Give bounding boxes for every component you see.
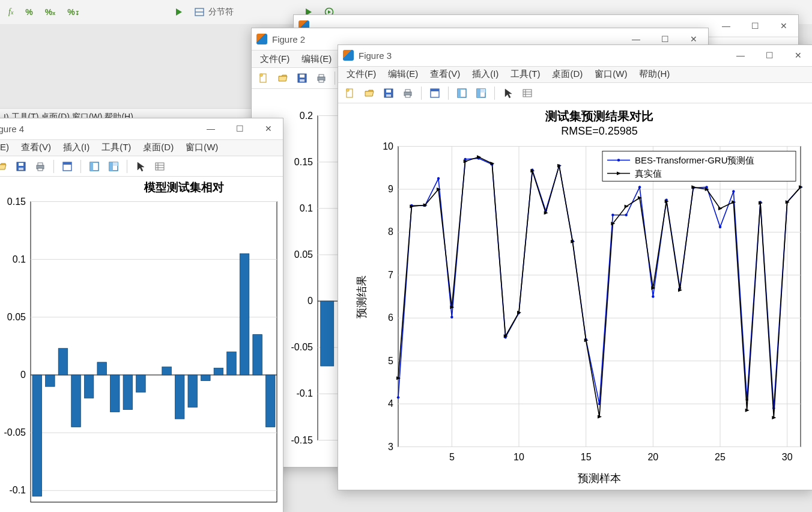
maximize-button[interactable]: ☐ [755,45,784,66]
svg-text:-0.1: -0.1 [9,485,26,495]
menu-edit[interactable]: 编辑(E) [0,141,14,154]
svg-point-147 [397,396,399,398]
plot-area: 测试集预测结果对比RMSE=0.259853456789105101520253… [338,103,812,490]
menu-insert[interactable]: 插入(I) [467,67,503,81]
titlebar[interactable]: Figure 3 — ☐ ✕ [338,45,812,67]
svg-point-4 [260,74,263,77]
svg-text:0.15: 0.15 [294,157,313,167]
figure-3-window: Figure 3 — ☐ ✕ 文件(F) 编辑(E) 查看(V) 插入(I) 工… [338,44,812,490]
menubar: 文件(F) 编辑(E) 查看(V) 插入(I) 工具(T) 桌面(D) 窗口(W… [338,67,812,84]
minimize-button[interactable]: — [712,15,741,37]
svg-rect-52 [63,162,71,165]
figure-title: Figure 2 [272,34,622,44]
svg-point-172 [732,190,735,192]
minimize-button[interactable]: — [196,118,225,139]
dock-1-button[interactable] [453,85,470,102]
close-button[interactable]: ✕ [254,118,283,139]
svg-rect-82 [110,375,120,412]
svg-text:BES-Transformer-GRU预测值: BES-Transformer-GRU预测值 [635,155,754,165]
print-button[interactable] [32,158,49,175]
dock-1-button[interactable] [86,158,103,175]
save-button[interactable] [380,85,397,102]
figure-4-chart: 模型测试集相对-0.1-0.0500.050.10.15 [0,177,283,512]
new-file-button[interactable] [255,70,272,87]
svg-rect-83 [123,375,133,410]
property-list-button[interactable] [519,85,536,102]
svg-point-164 [625,214,627,216]
save-button[interactable] [294,70,311,87]
menu-desktop[interactable]: 桌面(D) [547,67,587,81]
open-file-button[interactable] [361,85,378,102]
menu-view[interactable]: 查看(V) [16,141,56,154]
menu-help[interactable]: 帮助(H) [634,67,674,81]
close-button[interactable]: ✕ [784,45,812,66]
menu-insert[interactable]: 插入(I) [58,141,94,154]
percent-button[interactable]: % [25,7,32,17]
print-button[interactable] [399,85,416,102]
svg-rect-99 [386,94,391,97]
print-button[interactable] [313,70,330,87]
maximize-button[interactable]: ☐ [225,118,254,139]
svg-rect-84 [136,375,146,392]
run-button[interactable] [176,8,182,16]
property-list-button[interactable] [151,158,168,175]
svg-rect-98 [386,90,391,93]
svg-text:8: 8 [388,227,393,237]
percent-down-button[interactable]: %↧ [67,7,79,17]
svg-text:0: 0 [308,296,313,306]
svg-text:9: 9 [388,184,393,194]
menu-view[interactable]: 查看(V) [425,67,465,81]
figure-props-button[interactable] [59,158,76,175]
menu-desktop[interactable]: 桌面(D) [138,141,178,154]
svg-rect-101 [405,90,410,92]
svg-rect-92 [240,254,249,375]
svg-text:30: 30 [782,452,793,462]
menu-file[interactable]: 文件(F) [342,67,381,81]
svg-rect-76 [32,375,42,496]
dock-2-button[interactable] [473,85,489,102]
svg-text:-0.1: -0.1 [296,388,313,398]
fx-button[interactable]: fx [8,7,13,17]
plot-area: 模型测试集相对-0.1-0.0500.050.10.15 [0,177,283,512]
menu-tools[interactable]: 工具(T) [97,141,136,154]
svg-text:-0.15: -0.15 [291,435,314,445]
svg-text:0.15: 0.15 [7,197,26,207]
menu-edit[interactable]: 编辑(E) [383,67,423,81]
menu-window[interactable]: 窗口(W) [181,141,223,154]
dock-2-button[interactable] [105,158,122,175]
menu-tools[interactable]: 工具(T) [506,67,545,81]
close-button[interactable]: ✕ [769,15,798,37]
maximize-button[interactable]: ☐ [741,15,769,37]
titlebar[interactable]: Figure 4 — ☐ ✕ [0,118,283,140]
menu-file[interactable]: 文件(F) [255,52,294,66]
svg-rect-88 [188,375,198,407]
minimize-button[interactable]: — [726,45,755,66]
toolbar-separator [448,87,449,100]
pointer-button[interactable] [500,85,517,102]
svg-text:7: 7 [388,270,393,280]
svg-point-166 [652,295,654,297]
svg-rect-78 [58,349,68,375]
percent-x-button[interactable]: %x [45,7,55,17]
menu-window[interactable]: 窗口(W) [590,67,632,81]
toolbar-separator [80,160,81,173]
svg-text:RMSE=0.25985: RMSE=0.25985 [561,125,638,137]
svg-text:6: 6 [388,312,393,323]
svg-text:10: 10 [383,141,393,151]
open-file-button[interactable] [0,158,10,175]
svg-rect-49 [38,163,43,165]
menu-edit[interactable]: 编辑(E) [297,52,336,66]
figure-props-button[interactable] [426,85,443,102]
svg-text:5: 5 [449,452,455,462]
svg-point-163 [611,214,614,216]
open-file-button[interactable] [274,70,291,87]
svg-rect-56 [109,162,113,171]
svg-point-180 [617,159,620,162]
svg-rect-50 [38,168,43,171]
section-break-button[interactable]: 分节符 [194,7,234,17]
svg-text:25: 25 [715,452,726,462]
new-file-button[interactable] [342,85,359,102]
pointer-button[interactable] [132,158,149,175]
save-button[interactable] [13,158,29,175]
svg-text:0.05: 0.05 [294,249,313,260]
